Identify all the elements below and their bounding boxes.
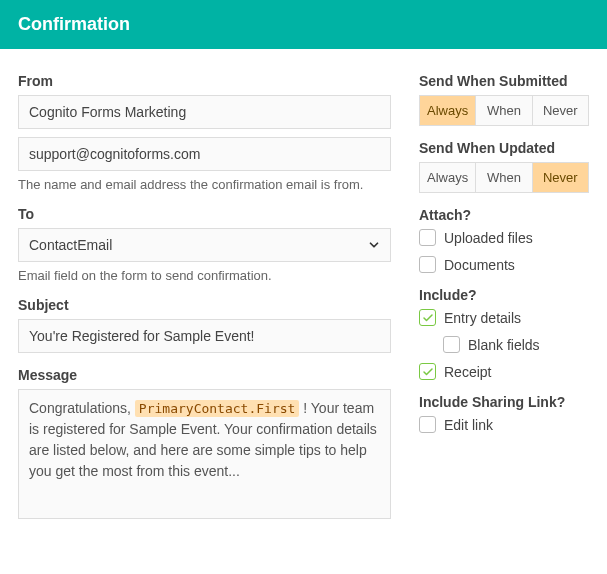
checkbox[interactable]	[419, 363, 436, 380]
subject-label: Subject	[18, 297, 391, 313]
checkbox[interactable]	[419, 256, 436, 273]
panel-header: Confirmation	[0, 0, 607, 49]
checkbox-row: Uploaded files	[419, 229, 589, 246]
checkbox-label: Edit link	[444, 417, 493, 433]
checkbox-row: Documents	[419, 256, 589, 273]
send-updated-label: Send When Updated	[419, 140, 589, 156]
to-select[interactable]	[18, 228, 391, 262]
checkbox-label: Uploaded files	[444, 230, 533, 246]
segment-never[interactable]: Never	[533, 163, 588, 192]
panel-body: From The name and email address the conf…	[0, 49, 607, 537]
sharing-label: Include Sharing Link?	[419, 394, 589, 410]
message-label: Message	[18, 367, 391, 383]
to-label: To	[18, 206, 391, 222]
to-helper: Email field on the form to send confirma…	[18, 268, 391, 283]
from-email-input[interactable]	[18, 137, 391, 171]
checkbox-label: Receipt	[444, 364, 491, 380]
message-text-pre: Congratulations,	[29, 400, 135, 416]
checkbox[interactable]	[443, 336, 460, 353]
sharing-list: Edit link	[419, 416, 589, 433]
from-helper: The name and email address the confirmat…	[18, 177, 391, 192]
checkbox-row: Receipt	[419, 363, 589, 380]
attach-list: Uploaded filesDocuments	[419, 229, 589, 273]
from-label: From	[18, 73, 391, 89]
segment-always[interactable]: Always	[420, 96, 476, 125]
checkbox-label: Blank fields	[468, 337, 540, 353]
send-updated-group: AlwaysWhenNever	[419, 162, 589, 193]
send-submitted-label: Send When Submitted	[419, 73, 589, 89]
segment-when[interactable]: When	[476, 96, 532, 125]
left-column: From The name and email address the conf…	[18, 73, 391, 519]
attach-label: Attach?	[419, 207, 589, 223]
merge-token[interactable]: PrimaryContact.First	[135, 400, 300, 417]
subject-input[interactable]	[18, 319, 391, 353]
from-name-input[interactable]	[18, 95, 391, 129]
checkbox-row: Entry details	[419, 309, 589, 326]
checkbox[interactable]	[419, 309, 436, 326]
include-list: Entry detailsBlank fieldsReceipt	[419, 309, 589, 380]
checkbox-label: Documents	[444, 257, 515, 273]
checkbox[interactable]	[419, 416, 436, 433]
checkbox[interactable]	[419, 229, 436, 246]
checkbox-label: Entry details	[444, 310, 521, 326]
segment-never[interactable]: Never	[533, 96, 588, 125]
panel-title: Confirmation	[18, 14, 130, 34]
segment-when[interactable]: When	[476, 163, 532, 192]
segment-always[interactable]: Always	[420, 163, 476, 192]
checkbox-row: Blank fields	[443, 336, 589, 353]
include-label: Include?	[419, 287, 589, 303]
message-editor[interactable]: Congratulations, PrimaryContact.First ! …	[18, 389, 391, 519]
checkbox-row: Edit link	[419, 416, 589, 433]
right-column: Send When Submitted AlwaysWhenNever Send…	[419, 73, 589, 519]
send-submitted-group: AlwaysWhenNever	[419, 95, 589, 126]
